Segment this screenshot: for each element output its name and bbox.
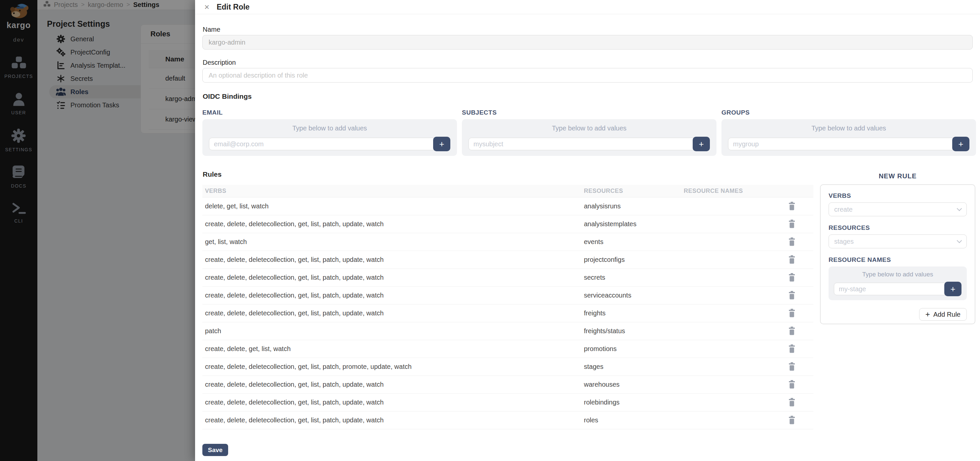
add-values-hint: Type below to add values bbox=[469, 125, 710, 132]
rule-resource: serviceaccounts bbox=[584, 291, 684, 299]
delete-rule-button[interactable] bbox=[788, 202, 796, 211]
rule-row: create, delete, deletecollection, get, l… bbox=[202, 269, 813, 287]
rule-verbs: create, delete, deletecollection, get, l… bbox=[202, 274, 584, 281]
new-rule-title: NEW RULE bbox=[820, 173, 975, 180]
plus-icon: + bbox=[958, 139, 963, 149]
edit-role-drawer: × Edit Role Name Description OIDC Bindin… bbox=[195, 0, 980, 461]
delete-rule-button[interactable] bbox=[788, 273, 796, 282]
add-email-button[interactable]: + bbox=[433, 137, 450, 151]
subject-input[interactable] bbox=[469, 138, 696, 150]
rule-resource: events bbox=[584, 238, 684, 246]
rule-verbs: create, delete, deletecollection, get, l… bbox=[202, 309, 584, 317]
add-values-hint: Type below to add values bbox=[728, 125, 969, 132]
rule-verbs: create, delete, deletecollection, get, l… bbox=[202, 220, 584, 228]
email-input[interactable] bbox=[209, 138, 436, 150]
rule-resource: promotions bbox=[584, 345, 684, 353]
rule-verbs: create, delete, deletecollection, get, l… bbox=[202, 256, 584, 263]
groups-values-panel: Type below to add values + bbox=[721, 119, 976, 156]
delete-rule-button[interactable] bbox=[788, 416, 796, 425]
new-rule-resources-label: RESOURCES bbox=[829, 224, 967, 231]
rules-table-header: VERBS RESOURCES RESOURCE NAMES bbox=[202, 185, 813, 198]
resource-name-input[interactable] bbox=[834, 283, 948, 295]
rule-row: create, delete, deletecollection, get, l… bbox=[202, 412, 813, 429]
oidc-groups-binding: GROUPS Type below to add values + bbox=[721, 109, 976, 156]
rule-resource: roles bbox=[584, 417, 684, 424]
rule-row: create, delete, deletecollection, get, l… bbox=[202, 394, 813, 412]
add-subject-button[interactable]: + bbox=[693, 137, 710, 151]
name-label: Name bbox=[203, 26, 220, 33]
oidc-subjects-binding: SUBJECTS Type below to add values + bbox=[462, 109, 716, 156]
rule-verbs: create, delete, deletecollection, get, l… bbox=[202, 381, 584, 388]
rule-verbs: delete, get, list, watch bbox=[202, 203, 584, 210]
new-rule-resource-names-label: RESOURCE NAMES bbox=[829, 256, 967, 263]
rule-row: get, list, watch events bbox=[202, 233, 813, 251]
rule-verbs: create, delete, deletecollection, get, l… bbox=[202, 417, 584, 424]
delete-rule-button[interactable] bbox=[788, 326, 796, 336]
rule-resource: stages bbox=[584, 363, 684, 371]
add-group-button[interactable]: + bbox=[952, 137, 969, 151]
verbs-select[interactable]: create bbox=[829, 203, 967, 216]
drawer-header: × Edit Role bbox=[195, 0, 980, 14]
group-input[interactable] bbox=[728, 138, 956, 150]
email-values-panel: Type below to add values + bbox=[202, 119, 457, 156]
rules-heading: Rules bbox=[203, 170, 221, 178]
delete-rule-button[interactable] bbox=[788, 398, 796, 407]
rule-row: patch freights/status bbox=[202, 322, 813, 340]
plus-icon: + bbox=[926, 310, 930, 319]
groups-label: GROUPS bbox=[721, 109, 976, 116]
delete-rule-button[interactable] bbox=[788, 362, 796, 371]
oidc-email-binding: EMAIL Type below to add values + bbox=[202, 109, 457, 156]
save-button[interactable]: Save bbox=[202, 444, 228, 456]
delete-rule-button[interactable] bbox=[788, 309, 796, 318]
rule-row: delete, get, list, watch analysisruns bbox=[202, 198, 813, 215]
rule-resource: analysistemplates bbox=[584, 220, 684, 228]
name-input bbox=[202, 35, 973, 49]
rule-resource: freights/status bbox=[584, 327, 684, 335]
delete-rule-button[interactable] bbox=[788, 220, 796, 228]
resources-select-value: stages bbox=[834, 238, 854, 246]
delete-rule-button[interactable] bbox=[788, 291, 796, 300]
resources-select[interactable]: stages bbox=[829, 234, 967, 248]
delete-rule-button[interactable] bbox=[788, 255, 796, 264]
rule-row: create, delete, deletecollection, get, l… bbox=[202, 251, 813, 269]
rule-resource: secrets bbox=[584, 274, 684, 281]
resource-names-column-header: RESOURCE NAMES bbox=[684, 188, 770, 195]
rule-row: create, delete, deletecollection, get, l… bbox=[202, 358, 813, 376]
rule-verbs: create, delete, deletecollection, get, l… bbox=[202, 291, 584, 299]
rule-row: create, delete, deletecollection, get, l… bbox=[202, 287, 813, 304]
delete-rule-button[interactable] bbox=[788, 380, 796, 389]
rule-verbs: create, delete, deletecollection, get, l… bbox=[202, 363, 584, 371]
add-rule-label: Add Rule bbox=[933, 311, 961, 318]
delete-rule-button[interactable] bbox=[788, 238, 796, 246]
resources-column-header: RESOURCES bbox=[584, 188, 684, 195]
drawer-title: Edit Role bbox=[216, 3, 250, 11]
resource-names-panel: Type below to add values + bbox=[829, 266, 967, 300]
rules-table: VERBS RESOURCES RESOURCE NAMES delete, g… bbox=[202, 185, 813, 429]
delete-rule-button[interactable] bbox=[788, 344, 796, 353]
rule-verbs: get, list, watch bbox=[202, 238, 584, 246]
plus-icon: + bbox=[439, 139, 444, 149]
rule-row: create, delete, deletecollection, get, l… bbox=[202, 304, 813, 322]
close-icon[interactable]: × bbox=[204, 3, 209, 11]
description-input[interactable] bbox=[202, 68, 973, 82]
subjects-values-panel: Type below to add values + bbox=[462, 119, 716, 156]
rule-verbs: create, delete, get, list, watch bbox=[202, 345, 584, 353]
rule-resource: warehouses bbox=[584, 381, 684, 388]
rule-verbs: create, delete, deletecollection, get, l… bbox=[202, 399, 584, 406]
rule-resource: projectconfigs bbox=[584, 256, 684, 263]
oidc-bindings-heading: OIDC Bindings bbox=[203, 92, 251, 100]
description-label: Description bbox=[203, 59, 236, 67]
rule-resource: rolebindings bbox=[584, 399, 684, 406]
verbs-column-header: VERBS bbox=[202, 188, 584, 195]
plus-icon: + bbox=[698, 139, 703, 149]
add-resource-name-button[interactable]: + bbox=[944, 282, 961, 296]
add-values-hint: Type below to add values bbox=[209, 125, 450, 132]
rule-row: create, delete, get, list, watch promoti… bbox=[202, 340, 813, 358]
subjects-label: SUBJECTS bbox=[462, 109, 716, 116]
chevron-down-icon bbox=[957, 206, 962, 211]
add-rule-button[interactable]: + Add Rule bbox=[919, 308, 967, 321]
add-values-hint: Type below to add values bbox=[834, 271, 961, 278]
rule-row: create, delete, deletecollection, get, l… bbox=[202, 215, 813, 233]
rule-resource: freights bbox=[584, 309, 684, 317]
chevron-down-icon bbox=[957, 238, 962, 243]
